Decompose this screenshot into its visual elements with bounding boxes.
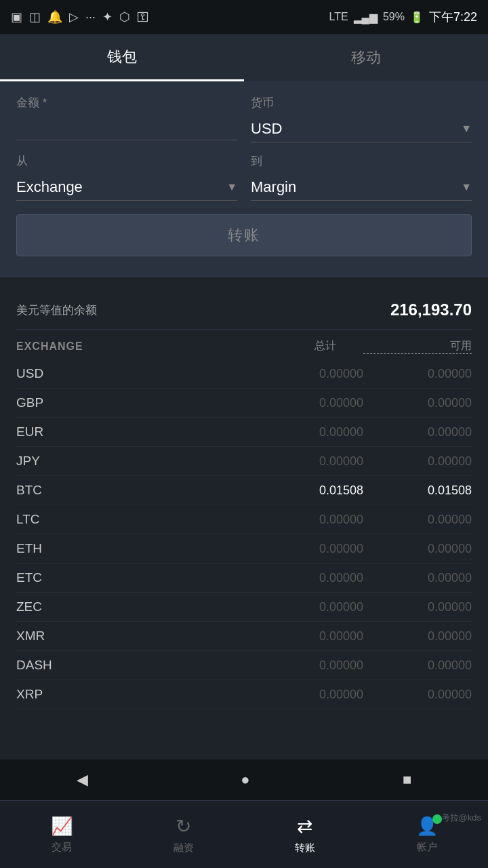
currency-ZEC: ZEC [16, 599, 84, 614]
table-column-headers: 总计 可用 [314, 339, 472, 354]
values-XMR: 0.00000 0.00000 [84, 629, 472, 644]
to-select[interactable]: Margin ▼ [251, 174, 472, 201]
total-LTC: 0.00000 [255, 513, 363, 527]
exchange-section-title: EXCHANGE [16, 340, 83, 353]
status-bar: ▣ ◫ 🔔 ▷ ··· ✦ ⬡ ⚿ LTE ▂▄▆ 59% 🔋 下午7:22 [0, 0, 488, 34]
from-dropdown-arrow: ▼ [226, 181, 237, 193]
table-rows: USD 0.00000 0.00000 GBP 0.00000 0.00000 [16, 359, 472, 709]
currency-XRP: XRP [16, 687, 84, 702]
trade-icon: 📈 [51, 816, 73, 837]
available-USD: 0.00000 [363, 367, 472, 381]
from-value: Exchange [16, 178, 83, 196]
total-ETC: 0.00000 [255, 571, 363, 585]
currency-select[interactable]: USD ▼ [251, 116, 472, 142]
back-button[interactable]: ◀ [77, 771, 88, 789]
available-GBP: 0.00000 [363, 396, 472, 410]
table-row: USD 0.00000 0.00000 [16, 359, 472, 389]
balance-value: 216,193.70 [390, 300, 472, 319]
values-USD: 0.00000 0.00000 [84, 367, 472, 381]
total-DASH: 0.00000 [255, 658, 363, 673]
nav-fund-label: 融资 [174, 842, 194, 854]
values-GBP: 0.00000 0.00000 [84, 396, 472, 410]
signal-icon: ◫ [29, 9, 41, 24]
table-row: BTC 0.01508 0.01508 [16, 476, 472, 505]
android-nav-bar: ◀ ● ■ [0, 760, 488, 800]
table-row: GBP 0.00000 0.00000 [16, 389, 472, 418]
recent-button[interactable]: ■ [403, 771, 411, 789]
nav-trade-label: 交易 [52, 841, 72, 854]
to-col: 到 Margin ▼ [251, 153, 472, 201]
exchange-table: EXCHANGE 总计 可用 USD 0.00000 0.00000 GBP 0… [0, 330, 488, 709]
table-row: LTC 0.00000 0.00000 [16, 505, 472, 534]
available-BTC: 0.01508 [363, 484, 472, 498]
total-BTC: 0.01508 [255, 484, 363, 498]
currency-JPY: JPY [16, 454, 84, 469]
amount-label: 金额 * [16, 95, 237, 111]
table-row: DASH 0.00000 0.00000 [16, 651, 472, 680]
total-ETH: 0.00000 [255, 542, 363, 556]
total-JPY: 0.00000 [255, 454, 363, 469]
battery-percent: 59% [383, 11, 405, 23]
bell-icon: 🔔 [47, 9, 62, 24]
currency-ETH: ETH [16, 541, 84, 556]
online-indicator [432, 814, 442, 824]
tab-wallet[interactable]: 钱包 [0, 34, 244, 81]
nav-trade[interactable]: 📈 交易 [51, 816, 73, 854]
col-total: 总计 [314, 339, 336, 354]
total-GBP: 0.00000 [255, 396, 363, 410]
transfer-button[interactable]: 转账 [16, 214, 472, 256]
bottom-nav: 📈 交易 ↻ 融资 ⇄ 转账 👤 帐户 [0, 800, 488, 868]
currency-LTC: LTC [16, 512, 84, 527]
values-XRP: 0.00000 0.00000 [84, 688, 472, 702]
available-ZEC: 0.00000 [363, 600, 472, 614]
available-ETH: 0.00000 [363, 542, 472, 556]
from-select[interactable]: Exchange ▼ [16, 174, 237, 201]
home-button[interactable]: ● [241, 771, 249, 789]
nav-account-label: 帐户 [417, 841, 437, 854]
balance-label: 美元等值的余额 [16, 302, 97, 318]
table-row: JPY 0.00000 0.00000 [16, 447, 472, 476]
currency-BTC: BTC [16, 483, 84, 498]
available-JPY: 0.00000 [363, 454, 472, 469]
nav-transfer[interactable]: ⇄ 转账 [295, 815, 315, 854]
transfer-icon: ⇄ [297, 815, 312, 837]
table-row: XRP 0.00000 0.00000 [16, 680, 472, 709]
values-JPY: 0.00000 0.00000 [84, 454, 472, 469]
table-row: EUR 0.00000 0.00000 [16, 418, 472, 447]
battery-icon: 🔋 [410, 11, 424, 24]
tab-move[interactable]: 移动 [244, 34, 488, 81]
from-label: 从 [16, 153, 237, 169]
currency-label: 货币 [251, 95, 472, 111]
table-row: ETC 0.00000 0.00000 [16, 564, 472, 593]
clock: 下午7:22 [429, 9, 477, 25]
status-left-icons: ▣ ◫ 🔔 ▷ ··· ✦ ⬡ ⚿ [11, 9, 149, 24]
col-available: 可用 [363, 339, 472, 354]
available-LTC: 0.00000 [363, 513, 472, 527]
values-ETC: 0.00000 0.00000 [84, 571, 472, 585]
balance-section: 美元等值的余额 216,193.70 [0, 277, 488, 330]
currency-DASH: DASH [16, 658, 84, 673]
nav-account[interactable]: 👤 帐户 [416, 816, 438, 854]
values-BTC: 0.01508 0.01508 [84, 484, 472, 498]
to-dropdown-arrow: ▼ [461, 181, 472, 193]
table-header: EXCHANGE 总计 可用 [16, 330, 472, 359]
nav-transfer-label: 转账 [295, 842, 315, 854]
available-DASH: 0.00000 [363, 658, 472, 673]
send-icon: ▷ [69, 9, 79, 24]
from-col: 从 Exchange ▼ [16, 153, 237, 201]
values-EUR: 0.00000 0.00000 [84, 425, 472, 439]
values-DASH: 0.00000 0.00000 [84, 658, 472, 673]
total-ZEC: 0.00000 [255, 600, 363, 614]
available-XMR: 0.00000 [363, 629, 472, 644]
status-right-icons: LTE ▂▄▆ 59% 🔋 下午7:22 [329, 9, 477, 25]
total-USD: 0.00000 [255, 367, 363, 381]
table-row: ZEC 0.00000 0.00000 [16, 593, 472, 622]
values-LTC: 0.00000 0.00000 [84, 513, 472, 527]
watermark: 考拉@kds [441, 812, 481, 824]
bluetooth-icon: ✦ [102, 9, 113, 24]
currency-ETC: ETC [16, 570, 84, 585]
to-value: Margin [251, 178, 296, 196]
amount-input[interactable] [16, 116, 237, 140]
available-ETC: 0.00000 [363, 571, 472, 585]
nav-fund[interactable]: ↻ 融资 [174, 815, 194, 854]
